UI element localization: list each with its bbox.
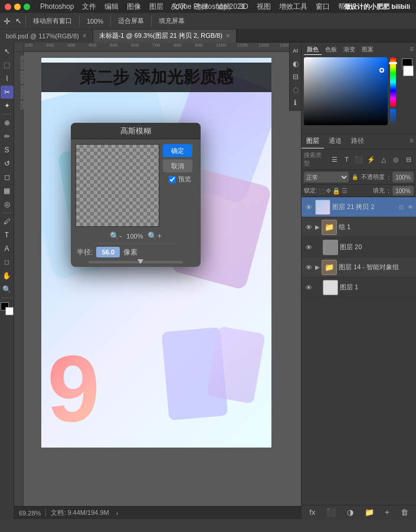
layer-eye-1[interactable]: 👁 — [304, 223, 313, 232]
dialog-ok-button[interactable]: 确定 — [163, 144, 192, 157]
tool-colors[interactable] — [1, 302, 14, 315]
lock-icon-3[interactable]: 🔒 — [332, 187, 340, 195]
fit-screen-btn[interactable]: 适合屏幕 — [114, 15, 148, 27]
layer-expand-3[interactable]: ▶ — [315, 264, 320, 270]
tool-gradient[interactable]: ▦ — [1, 184, 14, 197]
tool-type[interactable]: T — [1, 229, 14, 241]
dialog-radius-input[interactable] — [96, 247, 120, 257]
layer-eye-0[interactable]: 👁 — [304, 203, 313, 212]
layers-tab-paths[interactable]: 路径 — [346, 134, 369, 149]
color-gradient-square[interactable] — [304, 57, 388, 125]
fullscreen-button[interactable] — [24, 4, 30, 10]
layer-icon-4[interactable]: ⚡ — [366, 154, 376, 165]
move-all-btn[interactable]: 移动所有窗口 — [30, 15, 76, 27]
layer-item-1[interactable]: 👁 ▶ 📁 组 1 — [302, 217, 416, 237]
tool-history[interactable]: ↺ — [1, 157, 14, 170]
color-tab-pattern[interactable]: 图案 — [359, 45, 376, 55]
panel-icon-style[interactable]: ⊟ — [301, 71, 302, 83]
layer-item-0[interactable]: 👁 图层 21 拷贝 2 ⊡ 👁 — [302, 197, 416, 217]
tab-boli[interactable]: boli.psd @ 117%(RGB/8) ✕ — [0, 30, 93, 43]
menu-window[interactable]: 窗口 — [313, 2, 333, 12]
background-color[interactable] — [5, 307, 14, 315]
lock-icon-4[interactable]: ☰ — [342, 187, 348, 195]
dialog-preview-area[interactable] — [76, 144, 159, 227]
hue-bar[interactable] — [390, 57, 396, 107]
tool-brush[interactable]: ✏ — [1, 130, 14, 143]
layer-item-2[interactable]: 👁 图层 20 — [302, 237, 416, 257]
layers-tab-channels[interactable]: 通道 — [324, 134, 346, 149]
alpha-bar[interactable] — [390, 109, 396, 125]
tool-lasso[interactable]: ⌇ — [1, 72, 14, 85]
tool-eraser[interactable]: ◻ — [1, 171, 14, 184]
tool-hand[interactable]: ✋ — [1, 269, 14, 282]
blend-mode-select[interactable]: 正常 — [304, 172, 349, 182]
zoom-percent-btn[interactable]: 100% — [83, 17, 107, 26]
layer-icon-2[interactable]: T — [342, 154, 352, 165]
layer-icon-3[interactable]: ⬛ — [354, 154, 365, 165]
panel-icon-ai[interactable]: AI — [301, 45, 302, 57]
layer-new-btn[interactable]: + — [385, 508, 389, 517]
move-tool-icon[interactable]: ✛ — [4, 17, 11, 26]
layer-delete-btn[interactable]: 🗑 — [401, 508, 408, 517]
layer-adjust-btn[interactable]: ◑ — [347, 508, 353, 517]
close-button[interactable] — [5, 4, 11, 10]
layer-mask-btn[interactable]: ⬛ — [326, 508, 336, 517]
background-preview[interactable] — [403, 66, 414, 76]
opacity-input[interactable] — [392, 172, 414, 182]
dialog-radius-slider[interactable] — [89, 261, 183, 263]
tool-move[interactable]: ↖ — [1, 45, 14, 58]
layer-fx-btn[interactable]: fx — [309, 508, 315, 517]
tool-eyedropper[interactable]: ✦ — [1, 99, 14, 112]
panel-icon-info2[interactable]: ℹ — [301, 97, 302, 109]
panel-icon-adjust[interactable]: ◐ — [301, 58, 302, 70]
layer-icon-7[interactable]: ⊟ — [403, 154, 414, 165]
pointer-tool-icon[interactable]: ↖ — [15, 17, 22, 25]
layer-item-3[interactable]: 👁 ▶ 📁 图层 14 - 智能对象组 — [302, 257, 416, 278]
layer-expand-1[interactable]: ▶ — [315, 224, 320, 230]
tab-close-untitled[interactable]: ✕ — [225, 32, 230, 39]
minimize-button[interactable] — [14, 4, 21, 10]
color-tab-swatches[interactable]: 色板 — [322, 45, 340, 55]
layer-eye-4[interactable]: 👁 — [304, 283, 313, 292]
tool-marquee[interactable]: ⬚ — [1, 58, 14, 71]
menu-plugins[interactable]: 增效工具 — [276, 2, 310, 12]
tool-shape[interactable]: □ — [1, 256, 14, 269]
tab-untitled[interactable]: 未标题-1 @ 69.3%(图层 21 拷贝 2, RGB/8) ✕ — [93, 30, 237, 43]
tool-blur[interactable]: ◎ — [1, 198, 14, 211]
menu-file[interactable]: 文件 — [79, 2, 99, 12]
layer-eye-3[interactable]: 👁 — [304, 263, 313, 272]
layer-type-icon[interactable]: ☰ — [329, 154, 340, 165]
tool-crop[interactable]: ✂ — [1, 86, 14, 99]
layer-icon-5[interactable]: △ — [378, 154, 389, 165]
color-tab-gradient[interactable]: 渐变 — [340, 45, 358, 55]
tool-zoom[interactable]: 🔍 — [1, 283, 14, 296]
menu-image[interactable]: 图像 — [124, 2, 144, 12]
tool-pen[interactable]: 🖊 — [1, 215, 14, 228]
zoom-out-icon[interactable]: 🔍- — [110, 231, 122, 240]
layer-icon-6[interactable]: ◎ — [391, 154, 401, 165]
color-tab-color[interactable]: 颜色 — [304, 45, 322, 55]
menu-layer[interactable]: 图层 — [146, 2, 166, 12]
dialog-cancel-button[interactable]: 取消 — [163, 159, 192, 172]
tool-heal[interactable]: ⊕ — [1, 116, 14, 129]
lock-icon-2[interactable]: ✥ — [326, 187, 331, 195]
color-panel-menu-icon[interactable]: ≡ — [410, 45, 414, 55]
fill-screen-btn[interactable]: 填充屏幕 — [155, 15, 188, 27]
tab-close-boli[interactable]: ✕ — [82, 32, 87, 39]
tool-path-select[interactable]: A — [1, 242, 14, 255]
layer-group-btn[interactable]: 📁 — [365, 508, 374, 517]
fill-input[interactable] — [392, 186, 414, 195]
menu-app-name[interactable]: Photoshop — [37, 2, 77, 11]
layers-panel-menu-icon[interactable]: ≡ — [407, 134, 416, 149]
layer-item-4[interactable]: 👁 图层 1 — [302, 278, 416, 298]
canvas-inner[interactable]: 第二步 添加光影质感 9 高斯模糊 — [24, 52, 301, 506]
zoom-in-icon[interactable]: 🔍+ — [148, 231, 162, 240]
lock-icon-1[interactable]: ⬚ — [319, 187, 325, 195]
menu-edit[interactable]: 编辑 — [101, 2, 122, 12]
dialog-preview-checkbox[interactable] — [169, 176, 176, 183]
tool-stamp[interactable]: S — [1, 143, 14, 156]
panel-icon-history2[interactable]: ◌ — [301, 84, 302, 96]
menu-view[interactable]: 视图 — [254, 2, 274, 12]
layers-tab-layers[interactable]: 图层 — [302, 134, 324, 149]
layer-eye-2[interactable]: 👁 — [304, 243, 313, 252]
